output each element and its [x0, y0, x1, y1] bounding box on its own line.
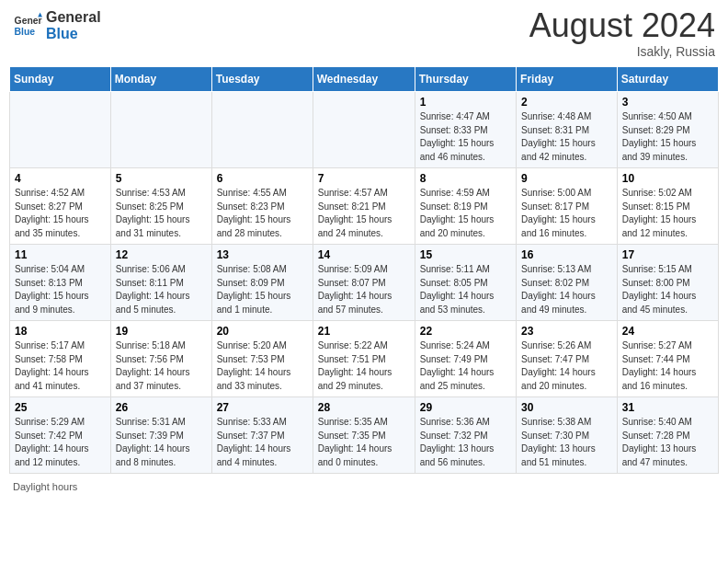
day-detail: Sunrise: 5:13 AM Sunset: 8:02 PM Dayligh…	[521, 263, 612, 316]
day-cell: 3Sunrise: 4:50 AM Sunset: 8:29 PM Daylig…	[617, 92, 718, 168]
day-detail: Sunrise: 5:27 AM Sunset: 7:44 PM Dayligh…	[622, 339, 713, 393]
week-row-3: 11Sunrise: 5:04 AM Sunset: 8:13 PM Dayli…	[10, 245, 719, 321]
day-detail: Sunrise: 5:40 AM Sunset: 7:28 PM Dayligh…	[622, 416, 713, 469]
day-cell: 28Sunrise: 5:35 AM Sunset: 7:35 PM Dayli…	[313, 397, 415, 474]
day-number: 13	[217, 248, 308, 261]
day-number: 9	[521, 172, 612, 185]
day-cell: 31Sunrise: 5:40 AM Sunset: 7:28 PM Dayli…	[617, 397, 718, 474]
day-cell: 9Sunrise: 5:00 AM Sunset: 8:17 PM Daylig…	[517, 168, 618, 245]
day-detail: Sunrise: 4:50 AM Sunset: 8:29 PM Dayligh…	[622, 110, 713, 164]
day-detail: Sunrise: 4:48 AM Sunset: 8:31 PM Dayligh…	[521, 110, 612, 164]
day-cell: 12Sunrise: 5:06 AM Sunset: 8:11 PM Dayli…	[110, 245, 211, 321]
header-row: SundayMondayTuesdayWednesdayThursdayFrid…	[10, 67, 719, 92]
location: Isakly, Russia	[529, 44, 715, 59]
week-row-4: 18Sunrise: 5:17 AM Sunset: 7:58 PM Dayli…	[10, 321, 719, 397]
logo: General Blue General Blue	[13, 9, 101, 41]
day-number: 4	[15, 172, 106, 185]
day-number: 21	[318, 325, 410, 338]
day-detail: Sunrise: 5:18 AM Sunset: 7:56 PM Dayligh…	[116, 339, 207, 393]
day-detail: Sunrise: 5:35 AM Sunset: 7:35 PM Dayligh…	[318, 416, 410, 469]
svg-text:General: General	[15, 16, 42, 26]
day-detail: Sunrise: 4:47 AM Sunset: 8:33 PM Dayligh…	[420, 110, 511, 164]
day-number: 19	[116, 325, 207, 338]
day-cell: 10Sunrise: 5:02 AM Sunset: 8:15 PM Dayli…	[617, 168, 718, 245]
day-cell	[313, 92, 415, 168]
day-number: 10	[622, 172, 713, 185]
column-header-saturday: Saturday	[617, 67, 718, 92]
day-detail: Sunrise: 4:59 AM Sunset: 8:19 PM Dayligh…	[420, 187, 511, 240]
day-detail: Sunrise: 5:04 AM Sunset: 8:13 PM Dayligh…	[15, 263, 106, 316]
day-cell: 23Sunrise: 5:26 AM Sunset: 7:47 PM Dayli…	[517, 321, 618, 397]
logo-text: General	[46, 9, 101, 26]
day-detail: Sunrise: 5:31 AM Sunset: 7:39 PM Dayligh…	[116, 416, 207, 469]
day-number: 31	[622, 401, 713, 414]
day-cell	[110, 92, 211, 168]
calendar-table: SundayMondayTuesdayWednesdayThursdayFrid…	[9, 66, 719, 474]
day-number: 20	[217, 325, 308, 338]
logo-icon: General Blue	[13, 11, 42, 40]
day-cell: 7Sunrise: 4:57 AM Sunset: 8:21 PM Daylig…	[313, 168, 415, 245]
title-block: August 2024 Isakly, Russia	[529, 9, 715, 59]
day-detail: Sunrise: 5:36 AM Sunset: 7:32 PM Dayligh…	[420, 416, 511, 469]
day-number: 22	[420, 325, 511, 338]
day-cell: 29Sunrise: 5:36 AM Sunset: 7:32 PM Dayli…	[415, 397, 516, 474]
day-detail: Sunrise: 5:22 AM Sunset: 7:51 PM Dayligh…	[318, 339, 410, 393]
day-cell: 24Sunrise: 5:27 AM Sunset: 7:44 PM Dayli…	[617, 321, 718, 397]
month-year: August 2024	[529, 9, 715, 42]
day-number: 14	[318, 248, 410, 261]
day-detail: Sunrise: 5:26 AM Sunset: 7:47 PM Dayligh…	[521, 339, 612, 393]
column-header-sunday: Sunday	[10, 67, 111, 92]
day-detail: Sunrise: 5:38 AM Sunset: 7:30 PM Dayligh…	[521, 416, 612, 469]
day-number: 24	[622, 325, 713, 338]
svg-text:Blue: Blue	[15, 26, 36, 36]
day-number: 8	[420, 172, 511, 185]
day-number: 29	[420, 401, 511, 414]
day-cell: 4Sunrise: 4:52 AM Sunset: 8:27 PM Daylig…	[10, 168, 111, 245]
day-cell: 8Sunrise: 4:59 AM Sunset: 8:19 PM Daylig…	[415, 168, 516, 245]
week-row-2: 4Sunrise: 4:52 AM Sunset: 8:27 PM Daylig…	[10, 168, 719, 245]
day-detail: Sunrise: 5:08 AM Sunset: 8:09 PM Dayligh…	[217, 263, 308, 316]
column-header-wednesday: Wednesday	[313, 67, 415, 92]
day-cell: 11Sunrise: 5:04 AM Sunset: 8:13 PM Dayli…	[10, 245, 111, 321]
day-number: 23	[521, 325, 612, 338]
svg-marker-2	[38, 12, 42, 17]
day-cell: 20Sunrise: 5:20 AM Sunset: 7:53 PM Dayli…	[211, 321, 313, 397]
footer: Daylight hours	[9, 481, 719, 492]
column-header-friday: Friday	[517, 67, 618, 92]
day-number: 11	[15, 248, 106, 261]
column-header-monday: Monday	[110, 67, 211, 92]
day-cell	[10, 92, 111, 168]
day-number: 27	[217, 401, 308, 414]
day-number: 25	[15, 401, 106, 414]
day-number: 18	[15, 325, 106, 338]
day-detail: Sunrise: 5:29 AM Sunset: 7:42 PM Dayligh…	[15, 416, 106, 469]
day-cell: 13Sunrise: 5:08 AM Sunset: 8:09 PM Dayli…	[211, 245, 313, 321]
day-detail: Sunrise: 5:00 AM Sunset: 8:17 PM Dayligh…	[521, 187, 612, 240]
column-header-thursday: Thursday	[415, 67, 516, 92]
day-cell: 21Sunrise: 5:22 AM Sunset: 7:51 PM Dayli…	[313, 321, 415, 397]
day-cell: 26Sunrise: 5:31 AM Sunset: 7:39 PM Dayli…	[110, 397, 211, 474]
day-detail: Sunrise: 5:33 AM Sunset: 7:37 PM Dayligh…	[217, 416, 308, 469]
day-cell: 18Sunrise: 5:17 AM Sunset: 7:58 PM Dayli…	[10, 321, 111, 397]
footer-label: Daylight hours	[13, 481, 77, 492]
day-cell: 6Sunrise: 4:55 AM Sunset: 8:23 PM Daylig…	[211, 168, 313, 245]
column-header-tuesday: Tuesday	[211, 67, 313, 92]
day-detail: Sunrise: 4:57 AM Sunset: 8:21 PM Dayligh…	[318, 187, 410, 240]
day-detail: Sunrise: 4:52 AM Sunset: 8:27 PM Dayligh…	[15, 187, 106, 240]
day-detail: Sunrise: 5:09 AM Sunset: 8:07 PM Dayligh…	[318, 263, 410, 316]
week-row-5: 25Sunrise: 5:29 AM Sunset: 7:42 PM Dayli…	[10, 397, 719, 474]
day-number: 28	[318, 401, 410, 414]
day-cell: 15Sunrise: 5:11 AM Sunset: 8:05 PM Dayli…	[415, 245, 516, 321]
day-number: 12	[116, 248, 207, 261]
day-number: 30	[521, 401, 612, 414]
day-number: 2	[521, 96, 612, 109]
day-detail: Sunrise: 5:24 AM Sunset: 7:49 PM Dayligh…	[420, 339, 511, 393]
day-number: 3	[622, 96, 713, 109]
day-cell: 2Sunrise: 4:48 AM Sunset: 8:31 PM Daylig…	[517, 92, 618, 168]
day-cell: 14Sunrise: 5:09 AM Sunset: 8:07 PM Dayli…	[313, 245, 415, 321]
day-number: 1	[420, 96, 511, 109]
day-detail: Sunrise: 5:17 AM Sunset: 7:58 PM Dayligh…	[15, 339, 106, 393]
day-cell: 19Sunrise: 5:18 AM Sunset: 7:56 PM Dayli…	[110, 321, 211, 397]
day-cell	[211, 92, 313, 168]
day-number: 26	[116, 401, 207, 414]
